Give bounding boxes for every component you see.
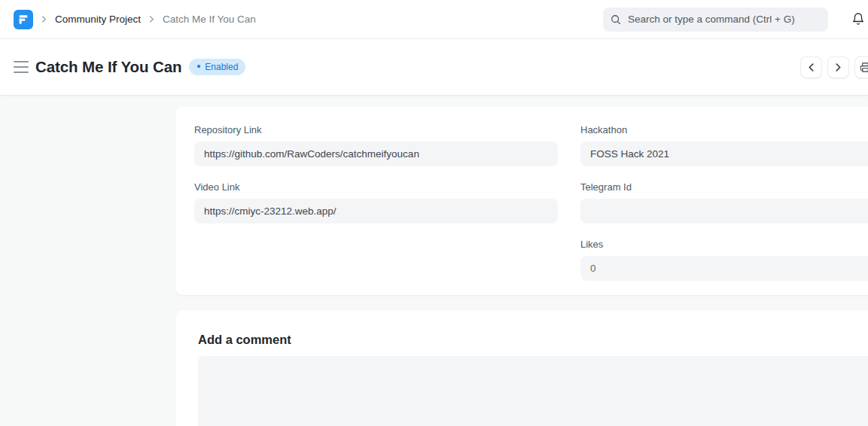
video-link-input[interactable] [194,199,558,224]
telegram-id-input[interactable] [580,199,868,224]
sidebar-toggle-icon[interactable] [14,61,29,73]
comment-section-card: Add a comment [175,310,868,426]
field-label: Likes [580,239,868,250]
chevron-right-icon [148,16,155,23]
field-label: Repository Link [194,124,558,135]
chevron-left-icon [807,63,815,72]
page-head: Catch Me If You Can • Enabled [0,39,868,96]
global-search[interactable] [603,8,828,32]
status-dot: • [196,61,200,72]
page-title: Catch Me If You Can [35,58,181,76]
breadcrumb-current-doc[interactable]: Catch Me If You Can [163,14,256,25]
field-hackathon: Hackathon [580,124,868,166]
chevron-right-icon [41,16,47,23]
field-label: Hackathon [580,124,868,135]
breadcrumb-community-project[interactable]: Community Project [55,14,141,25]
form-column-right: Hackathon Telegram Id Likes [580,124,868,296]
frappe-f-glyph [17,14,29,26]
field-likes: Likes [580,239,868,281]
field-telegram-id: Telegram Id [580,181,868,224]
print-button[interactable] [854,56,868,78]
field-label: Telegram Id [580,181,868,193]
search-input[interactable] [628,14,821,25]
hackathon-input[interactable] [580,141,868,166]
prev-document-button[interactable] [800,56,822,78]
field-video-link: Video Link [194,181,558,224]
comment-input[interactable] [198,356,868,426]
likes-input[interactable] [580,256,868,281]
search-icon [611,14,621,25]
form-column-left: Repository Link Video Link [194,124,558,296]
add-comment-heading: Add a comment [198,333,868,347]
chevron-right-icon [834,63,842,72]
main-content: Repository Link Video Link Hackathon Tel… [0,96,868,426]
field-label: Video Link [194,181,558,193]
next-document-button[interactable] [827,56,849,78]
bell-icon[interactable] [850,11,866,28]
status-label: Enabled [205,62,238,72]
frappe-logo-icon[interactable] [14,10,33,29]
top-navbar: Community Project Catch Me If You Can [0,0,868,39]
repository-link-input[interactable] [194,141,558,166]
field-repository-link: Repository Link [194,124,558,166]
status-badge: • Enabled [189,59,245,75]
head-actions [800,56,868,78]
printer-icon [860,62,868,73]
form-section-card: Repository Link Video Link Hackathon Tel… [175,107,868,295]
